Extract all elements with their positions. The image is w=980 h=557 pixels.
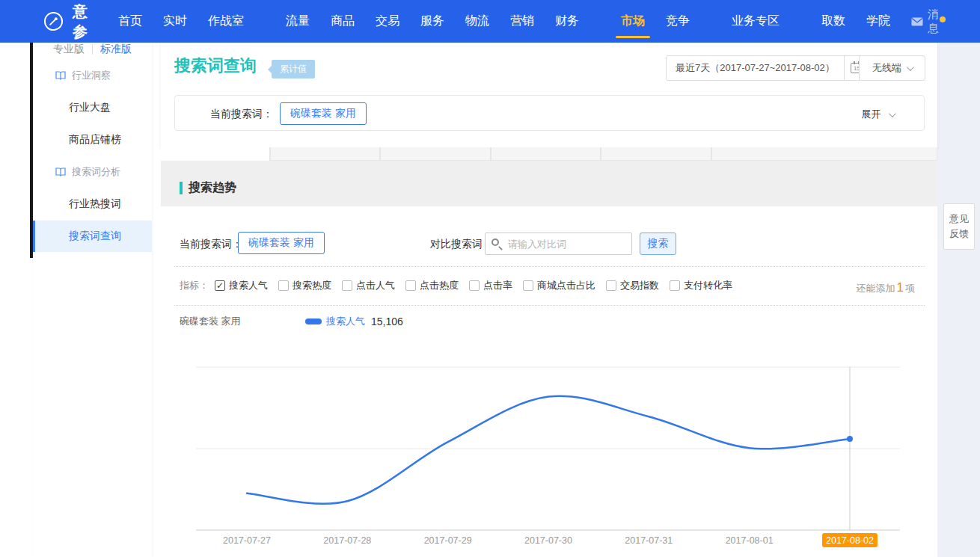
metric-checkbox-click-heat[interactable]: 点击热度 [405, 279, 459, 292]
section-title: 搜索趋势 [189, 180, 236, 196]
date-range-text: 最近7天（2017-07-27~2017-08-02） [667, 56, 844, 80]
metric-label: 点击人气 [356, 279, 395, 292]
nav-item-academy[interactable]: 学院 [866, 0, 890, 43]
sidebar-item-label: 行业热搜词 [69, 197, 121, 211]
add-remaining-hint: 还能添加1项 [857, 280, 915, 295]
expand-label: 展开 [861, 108, 881, 120]
sidebar-item-label: 行业大盘 [69, 101, 111, 114]
nav-item-traffic[interactable]: 流量 [286, 0, 310, 43]
metric-checkbox-search-heat[interactable]: 搜索热度 [278, 279, 331, 292]
sidebar-group-label: 行业洞察 [72, 69, 111, 82]
checkbox-icon [670, 280, 680, 291]
sidebar-group-search-analysis[interactable]: 搜索词分析 [33, 161, 152, 182]
sidebar-item-label: 商品店铺榜 [69, 133, 121, 147]
chart-legend: 碗碟套装 家用 搜索人气 15,106 [180, 315, 403, 328]
chevron-down-icon [889, 110, 896, 117]
checkbox-icon [469, 280, 480, 291]
nav-item-home[interactable]: 首页 [118, 0, 142, 43]
metric-label: 商城点击占比 [537, 279, 595, 292]
nav-item-war-room[interactable]: 作战室 [208, 0, 244, 43]
nav-item-trade[interactable]: 交易 [376, 0, 399, 43]
tab-stub-4[interactable] [491, 147, 601, 161]
metric-label: 搜索人气 [229, 279, 268, 292]
checkbox-icon [278, 280, 289, 291]
cumulative-value-badge: 累计值 [272, 60, 315, 79]
search-trend-panel: 当前搜索词： 碗碟套装 家用 对比搜索词： 搜索 指标： ✓ 搜索人气 搜索热度… [161, 206, 937, 557]
report-icon [55, 71, 66, 80]
svg-text:2017-07-30: 2017-07-30 [524, 535, 572, 546]
checkbox-icon [342, 280, 352, 291]
version-tab-pro[interactable]: 专业版 [53, 43, 85, 56]
search-button[interactable]: 搜索 [640, 233, 676, 255]
sidebar-item-hot-search-words[interactable]: 行业热搜词 [33, 188, 152, 220]
sidebar-item-product-shop-rank[interactable]: 商品店铺榜 [33, 124, 152, 156]
version-tab-divider [92, 44, 93, 55]
nav-item-data-fetch[interactable]: 取数 [821, 0, 845, 43]
trend-line-chart[interactable]: 2017-07-272017-07-282017-07-292017-07-30… [174, 340, 928, 557]
current-term-chip[interactable]: 碗碟套装 家用 [238, 232, 325, 254]
version-tabs: 专业版 标准版 [33, 41, 152, 58]
svg-text:2017-07-31: 2017-07-31 [625, 535, 673, 546]
metric-checkbox-search-popularity[interactable]: ✓ 搜索人气 [215, 279, 268, 292]
nav-item-market-label: 市场 [621, 13, 645, 29]
checkbox-icon [606, 280, 616, 291]
page-body: 专业版 标准版 行业洞察 行业大盘 商品店铺榜 [0, 43, 980, 557]
metric-checkbox-pay-conversion[interactable]: 支付转化率 [670, 279, 732, 292]
report-icon [55, 167, 66, 176]
terminal-select[interactable]: 无线端 [859, 55, 925, 81]
metric-label: 交易指数 [620, 279, 659, 292]
sidebar-item-industry-overview[interactable]: 行业大盘 [33, 92, 152, 123]
hint-count: 1 [895, 280, 905, 295]
nav-item-finance[interactable]: 财务 [555, 0, 579, 43]
terminal-value: 无线端 [872, 61, 901, 75]
tab-stub-5[interactable] [601, 147, 711, 161]
current-term-bar: 当前搜索词： 碗碟套装 家用 展开 [174, 95, 925, 131]
current-term-label: 当前搜索词： [210, 108, 273, 121]
nav-item-service[interactable]: 服务 [420, 0, 444, 43]
metric-checkbox-mall-click-share[interactable]: 商城点击占比 [523, 279, 595, 292]
checkbox-icon: ✓ [215, 280, 225, 291]
metric-checkbox-click-rate[interactable]: 点击率 [469, 279, 512, 292]
compare-term-label: 对比搜索词： [430, 238, 493, 251]
divider [174, 266, 925, 267]
sidebar-group-industry-insight[interactable]: 行业洞察 [33, 65, 152, 86]
current-term-chip[interactable]: 碗碟套装 家用 [280, 102, 367, 125]
feedback-label-line1: 意见 [949, 212, 969, 227]
legend-metric-value: 15,106 [371, 316, 403, 327]
nav-item-logistics[interactable]: 物流 [465, 0, 489, 43]
nav-item-competition[interactable]: 竞争 [666, 0, 690, 43]
metric-checkbox-trade-index[interactable]: 交易指数 [606, 279, 659, 292]
divider [174, 305, 925, 306]
messages-button[interactable]: 消息 [911, 7, 939, 36]
feedback-button[interactable]: 意见 反馈 [943, 203, 975, 250]
metrics-label: 指标： [180, 279, 209, 292]
sidebar-item-search-word-query[interactable]: 搜索词查询 [33, 221, 152, 252]
date-range-picker[interactable]: 最近7天（2017-07-27~2017-08-02） 15 [666, 55, 870, 81]
nav-item-market[interactable]: 市场 [621, 0, 645, 43]
top-nav: 生意参谋 首页 实时 作战室 流量 商品 交易 服务 物流 营销 财务 市场 竞… [0, 0, 980, 43]
metric-checkbox-click-popularity[interactable]: 点击人气 [342, 279, 395, 292]
section-header: 搜索趋势 [180, 180, 236, 196]
compare-term-input[interactable] [485, 233, 632, 255]
tab-stub-2[interactable] [270, 147, 380, 161]
page-header-panel: 搜索词查询 累计值 最近7天（2017-07-27~2017-08-02） 15… [161, 43, 937, 147]
sidebar: 专业版 标准版 行业洞察 行业大盘 商品店铺榜 [33, 43, 152, 557]
app-logo-icon [43, 11, 64, 31]
tab-strip [161, 147, 937, 161]
tab-stub-6[interactable] [711, 147, 937, 161]
tab-stub-1[interactable] [161, 147, 270, 161]
nav-item-realtime[interactable]: 实时 [163, 0, 187, 43]
section-accent-bar [180, 182, 183, 194]
version-tab-standard[interactable]: 标准版 [100, 43, 132, 56]
nav-item-product[interactable]: 商品 [331, 0, 355, 43]
nav-item-business-zone[interactable]: 业务专区 [732, 0, 780, 43]
checkbox-icon [523, 280, 533, 291]
svg-text:2017-07-29: 2017-07-29 [424, 535, 472, 546]
tab-stub-3[interactable] [380, 147, 491, 161]
metric-label: 搜索热度 [293, 279, 331, 292]
messages-label: 消息 [928, 7, 939, 36]
nav-item-marketing[interactable]: 营销 [510, 0, 534, 43]
page-title: 搜索词查询 [174, 55, 257, 77]
legend-series-name: 碗碟套装 家用 [180, 315, 305, 328]
expand-toggle[interactable]: 展开 [861, 108, 894, 121]
